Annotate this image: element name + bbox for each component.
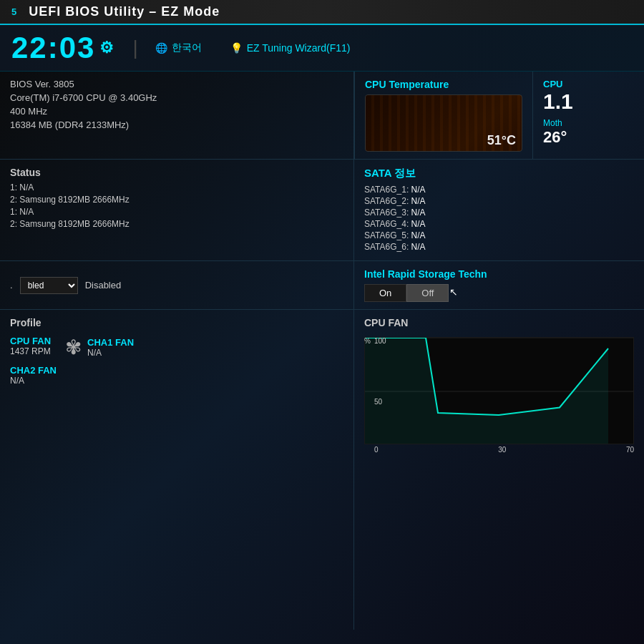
dram-item: 2: Samsung 8192MB 2666MHz xyxy=(10,219,343,229)
irst-toggle-on[interactable]: On xyxy=(364,284,406,302)
fan-item-cha1: ✾ CHA1 FAN N/A xyxy=(65,336,134,359)
cpu-freq: 400 MHz xyxy=(10,106,343,117)
time-display: 22:03 ⚙ xyxy=(11,31,115,65)
cpu-voltage-panel: CPU 1.1 Moth 26° xyxy=(533,72,644,159)
divider: | xyxy=(132,36,137,59)
sata-item: SATA6G_5: N/A xyxy=(364,230,634,240)
row4: Profile CPU FAN 1437 RPM ✾ CHA1 FAN N/A … xyxy=(0,310,644,630)
right-top-panels: CPU Temperature 51°C CPU 1.1 Moth 26° xyxy=(354,72,644,159)
boot-label: . xyxy=(10,280,13,291)
chart-y-label: % xyxy=(364,337,371,345)
cpu-fan-name: CPU FAN xyxy=(10,336,51,346)
header-bar: 5 UEFI BIOS Utility – EZ Mode xyxy=(0,0,644,25)
fan-profile-panel: Profile CPU FAN 1437 RPM ✾ CHA1 FAN N/A … xyxy=(0,310,354,630)
globe-icon: 🌐 xyxy=(155,42,167,54)
mobo-temp-title: Moth xyxy=(543,118,634,128)
bios-version: BIOS Ver. 3805 xyxy=(10,79,343,89)
cha1-fan-name: CHA1 FAN xyxy=(87,337,134,348)
cha1-fan-row: ✾ CHA1 FAN N/A xyxy=(65,336,134,359)
gear-icon[interactable]: ⚙ xyxy=(99,39,115,57)
bios-container: 5 UEFI BIOS Utility – EZ Mode 22:03 ⚙ | … xyxy=(0,0,644,644)
cpu-fan-rpm: 1437 RPM xyxy=(10,346,51,356)
ez-tuning-label: EZ Tuning Wizard(F11) xyxy=(247,42,351,54)
fan-icon: ✾ xyxy=(65,336,82,359)
cpu-name: Core(TM) i7-6700 CPU @ 3.40GHz xyxy=(10,92,343,103)
fan-item-cha2: CHA2 FAN N/A xyxy=(10,365,343,386)
row3: . bled Enabled Disabled Disabled Intel R… xyxy=(0,261,644,310)
dram-item: 1: N/A xyxy=(10,207,343,217)
cpu-fan-chart-panel: CPU FAN % 100 50 0 30 70 xyxy=(354,310,644,630)
fan-item-cpu: CPU FAN 1437 RPM xyxy=(10,336,51,359)
system-info-panel: BIOS Ver. 3805 Core(TM) i7-6700 CPU @ 3.… xyxy=(0,72,354,159)
chart-x-0: 0 xyxy=(374,446,379,454)
language-label: 한국어 xyxy=(172,42,202,54)
cha2-fan-rpm: N/A xyxy=(10,376,343,386)
ez-tuning-wizard-button[interactable]: 💡 EZ Tuning Wizard(F11) xyxy=(230,42,351,54)
lightbulb-icon: 💡 xyxy=(230,42,243,54)
cursor-icon: ↖ xyxy=(449,286,458,298)
cha2-fan-name: CHA2 FAN xyxy=(10,365,343,376)
sata-item: SATA6G_1: N/A xyxy=(364,185,634,195)
sata-items: SATA6G_1: N/ASATA6G_2: N/ASATA6G_3: N/AS… xyxy=(364,185,634,252)
sata-title: SATA 정보 xyxy=(364,167,634,180)
boot-select[interactable]: bled Enabled Disabled xyxy=(20,277,78,294)
main-layout: BIOS Ver. 3805 Core(TM) i7-6700 CPU @ 3.… xyxy=(0,72,644,630)
dram-items: 1: N/A2: Samsung 8192MB 2666MHz1: N/A2: … xyxy=(10,182,343,229)
sata-item: SATA6G_4: N/A xyxy=(364,219,634,229)
sata-info-panel: SATA 정보 SATA6G_1: N/ASATA6G_2: N/ASATA6G… xyxy=(354,160,644,260)
time-bar: 22:03 ⚙ | 🌐 한국어 💡 EZ Tuning Wizard(F11) xyxy=(0,25,644,72)
header-title: UEFI BIOS Utility – EZ Mode xyxy=(29,4,220,19)
cpu-temp-value: 51°C xyxy=(487,133,516,148)
memory-info: 16384 MB (DDR4 2133MHz) xyxy=(10,119,343,130)
irst-toggle-off[interactable]: Off ↖ xyxy=(406,284,449,302)
fan-chart-svg xyxy=(364,337,634,444)
chart-x-labels: 0 30 70 xyxy=(364,446,634,454)
dram-item: 1: N/A xyxy=(10,182,343,192)
cha1-fan-info: CHA1 FAN N/A xyxy=(87,337,134,358)
chart-x-30: 30 xyxy=(498,446,506,454)
header-logo: 5 xyxy=(11,6,17,17)
mobo-temp-value: 26° xyxy=(543,128,634,147)
cha1-fan-rpm: N/A xyxy=(87,348,134,358)
row2: Status 1: N/A2: Samsung 8192MB 2666MHz1:… xyxy=(0,160,644,261)
irst-toggle: On Off ↖ xyxy=(364,284,479,302)
boot-order-panel: . bled Enabled Disabled Disabled xyxy=(0,261,354,309)
cpu-temp-panel: CPU Temperature 51°C xyxy=(355,72,533,159)
sata-item: SATA6G_6: N/A xyxy=(364,242,634,252)
sata-item: SATA6G_2: N/A xyxy=(364,196,634,206)
irst-panel: Intel Rapid Storage Techn On Off ↖ xyxy=(354,261,644,309)
language-button[interactable]: 🌐 한국어 xyxy=(155,42,202,54)
cpu-voltage-value: 1.1 xyxy=(543,89,634,114)
fan-profile-title: Profile xyxy=(10,317,343,328)
chart-y-max: 100 xyxy=(374,337,386,345)
cpu-voltage-title: CPU xyxy=(543,79,634,89)
cpu-name-text: Core(TM) i7-6700 CPU @ 3.40GHz xyxy=(10,92,157,103)
irst-title: Intel Rapid Storage Techn xyxy=(364,268,634,280)
sata-item: SATA6G_3: N/A xyxy=(364,208,634,218)
boot-disabled-label: Disabled xyxy=(85,280,122,291)
dram-status-panel: Status 1: N/A2: Samsung 8192MB 2666MHz1:… xyxy=(0,160,354,260)
time-value: 22:03 xyxy=(11,31,95,65)
chart-y-mid: 50 xyxy=(374,398,382,406)
row1: BIOS Ver. 3805 Core(TM) i7-6700 CPU @ 3.… xyxy=(0,72,644,160)
cpu-temp-visual: 51°C xyxy=(365,94,522,152)
dram-status-title: Status xyxy=(10,167,343,178)
cpu-temp-title: CPU Temperature xyxy=(365,79,522,90)
fan-row-1: CPU FAN 1437 RPM ✾ CHA1 FAN N/A xyxy=(10,336,343,359)
cpu-fan-chart-title: CPU FAN xyxy=(364,317,634,328)
fan-items: CPU FAN 1437 RPM ✾ CHA1 FAN N/A CHA2 FAN… xyxy=(10,336,343,386)
chart-container: % 100 50 0 30 70 xyxy=(364,337,634,459)
dram-item: 2: Samsung 8192MB 2666MHz xyxy=(10,195,343,205)
chart-x-70: 70 xyxy=(626,446,634,454)
